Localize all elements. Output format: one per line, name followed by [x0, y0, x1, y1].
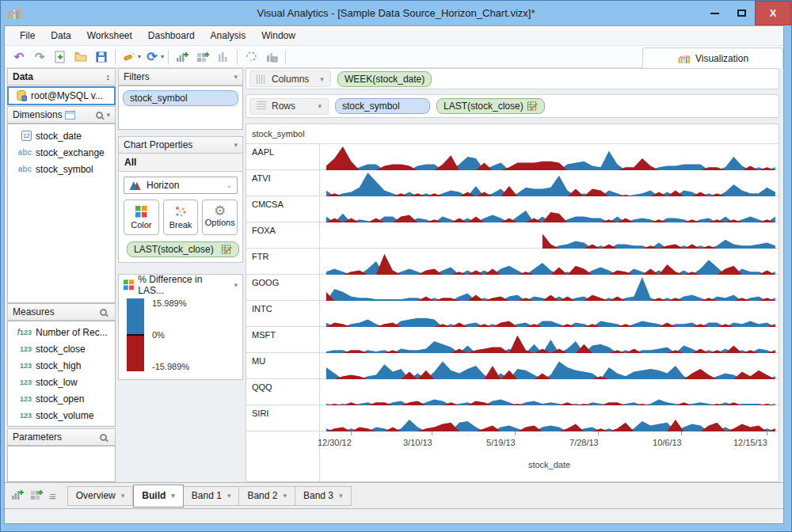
chart-row-siri[interactable]: SIRI	[246, 405, 779, 431]
columns-shelf-label[interactable]: Columns ▾	[249, 70, 331, 87]
chevron-down-icon[interactable]: ▾	[234, 73, 238, 81]
parameters-header[interactable]: Parameters	[7, 428, 116, 446]
chevron-down-icon[interactable]: ▾	[318, 102, 322, 110]
menu-item-worksheet[interactable]: Worksheet	[80, 28, 139, 44]
horizon-plot[interactable]	[319, 379, 779, 405]
chevron-down-icon[interactable]: ▾	[121, 492, 125, 500]
horizon-plot[interactable]	[319, 170, 779, 196]
highlight-tool-button[interactable]	[120, 48, 139, 66]
chevron-down-icon[interactable]: ▾	[234, 281, 238, 289]
annotate-chart-button[interactable]	[262, 48, 281, 66]
chevron-down-icon[interactable]: ▾	[339, 492, 343, 500]
filter-pill-stock-symbol[interactable]: stock_symbol	[123, 90, 238, 106]
search-icon[interactable]	[96, 112, 103, 119]
horizon-plot[interactable]	[319, 275, 779, 300]
rows-shelf[interactable]: Rows ▾ stock_symbol LAST(stock_close)	[246, 94, 779, 118]
redo-button[interactable]: ↷	[30, 48, 49, 66]
undo-button[interactable]: ↶	[10, 48, 29, 66]
field-number-of-rec-[interactable]: f123Number of Rec...	[8, 324, 115, 340]
new-file-button[interactable]	[51, 48, 70, 66]
menu-item-file[interactable]: File	[13, 28, 42, 44]
close-button[interactable]: X	[755, 1, 791, 25]
table-icon[interactable]	[65, 111, 75, 120]
field-stock-symbol[interactable]: abcstock_symbol	[8, 161, 115, 177]
search-icon[interactable]	[100, 434, 107, 441]
field-stock-exchange[interactable]: abcstock_exchange	[8, 144, 115, 161]
chart-properties-header[interactable]: Chart Properties ▾	[118, 136, 243, 154]
data-connection-item[interactable]: root@MySQL v...	[7, 86, 116, 105]
highlight-dropdown-caret[interactable]: ▾	[138, 53, 141, 60]
open-file-button[interactable]	[71, 48, 90, 66]
chart-scope-row[interactable]: All	[118, 154, 243, 172]
menu-item-dashboard[interactable]: Dashboard	[141, 28, 202, 44]
sheet-tab-band-1[interactable]: Band 1▾	[184, 486, 240, 506]
measures-header[interactable]: Measures	[7, 303, 116, 321]
options-button[interactable]: ⚙ Options	[202, 200, 238, 235]
chart-view-button[interactable]	[214, 48, 233, 66]
chevron-down-icon[interactable]: ▾	[171, 492, 175, 500]
horizon-plot[interactable]	[319, 222, 779, 248]
rows-pill-stock-symbol[interactable]: stock_symbol	[335, 98, 430, 114]
sheet-tab-band-3[interactable]: Band 3▾	[295, 486, 352, 506]
new-worksheet-button[interactable]	[11, 488, 24, 504]
menu-item-window[interactable]: Window	[254, 28, 303, 44]
legend-header[interactable]: % Difference in LAS... ▾	[119, 275, 242, 295]
save-button[interactable]	[92, 48, 111, 66]
chart-row-ftr[interactable]: FTR	[246, 249, 779, 275]
dimensions-header[interactable]: Dimensions ▾	[7, 106, 116, 124]
new-dashboard-button[interactable]	[30, 488, 43, 504]
sheet-tab-overview[interactable]: Overview▾	[67, 486, 134, 506]
chart-row-atvi[interactable]: ATVI	[246, 170, 779, 196]
search-icon[interactable]	[100, 309, 107, 316]
rows-pill-last-stock-close[interactable]: LAST(stock_close)	[436, 98, 545, 114]
chart-row-aapl[interactable]: AAPL	[246, 144, 779, 170]
visualization-tab[interactable]: Visualization	[642, 48, 783, 68]
chart-row-cmcsa[interactable]: CMCSA	[246, 196, 779, 222]
sheet-tab-band-2[interactable]: Band 2▾	[239, 486, 295, 506]
field-stock-open[interactable]: 123stock_open	[8, 390, 115, 407]
maximize-button[interactable]	[728, 1, 755, 25]
field-stock-low[interactable]: 123stock_low	[8, 374, 115, 390]
menu-item-data[interactable]: Data	[44, 28, 78, 44]
horizon-plot[interactable]	[319, 144, 779, 169]
minimize-button[interactable]	[701, 1, 728, 25]
chevron-down-icon[interactable]: ▾	[283, 492, 287, 500]
chevron-down-icon[interactable]: ▾	[227, 492, 231, 500]
sheet-list-icon[interactable]: ≡	[49, 489, 56, 503]
break-button[interactable]: Break	[163, 200, 199, 235]
rows-shelf-label[interactable]: Rows ▾	[249, 98, 329, 115]
chart-row-goog[interactable]: GOOG	[246, 275, 779, 301]
chevron-down-icon[interactable]: ▾	[106, 111, 110, 119]
field-stock-volume[interactable]: 123stock_volume	[8, 407, 115, 424]
columns-pill-week-stock-date[interactable]: WEEK(stock_date)	[337, 71, 432, 87]
new-dashboard-button[interactable]	[193, 48, 212, 66]
encoding-pill-last-stock-close[interactable]: LAST(stock_close)	[127, 241, 239, 257]
chart-row-mu[interactable]: MU	[246, 353, 779, 379]
chart-row-qqq[interactable]: QQQ	[246, 379, 779, 405]
legend-color-scale[interactable]	[127, 298, 144, 371]
data-panel-header[interactable]: Data ↕	[7, 68, 116, 86]
horizon-plot[interactable]	[319, 405, 779, 431]
chevron-down-icon[interactable]: ▾	[234, 141, 238, 149]
sort-updown-icon[interactable]: ↕	[106, 72, 111, 82]
filters-header[interactable]: Filters ▾	[118, 68, 243, 86]
lasso-select-button[interactable]	[242, 48, 261, 66]
field-stock-high[interactable]: 123stock_high	[8, 357, 115, 374]
chart-type-select[interactable]: Horizon ⌄	[124, 177, 238, 194]
horizon-plot[interactable]	[319, 249, 779, 274]
field-stock-date[interactable]: 12stock_date	[8, 127, 115, 144]
new-worksheet-button[interactable]	[173, 48, 192, 66]
horizon-plot[interactable]	[319, 327, 779, 352]
chart-row-foxa[interactable]: FOXA	[246, 222, 779, 249]
chevron-down-icon[interactable]: ▾	[320, 75, 324, 83]
field-stock-close[interactable]: 123stock_close	[8, 340, 115, 357]
color-button[interactable]: Color	[124, 200, 159, 235]
horizon-plot[interactable]	[319, 301, 779, 326]
chart-row-msft[interactable]: MSFT	[246, 327, 779, 353]
horizon-plot[interactable]	[319, 196, 779, 222]
columns-shelf[interactable]: Columns ▾ WEEK(stock_date)	[246, 68, 779, 89]
sheet-tab-build[interactable]: Build▾	[133, 484, 184, 507]
refresh-button[interactable]: ⟳	[143, 48, 162, 66]
menu-item-analysis[interactable]: Analysis	[204, 28, 253, 44]
refresh-dropdown-caret[interactable]: ▾	[161, 53, 164, 60]
